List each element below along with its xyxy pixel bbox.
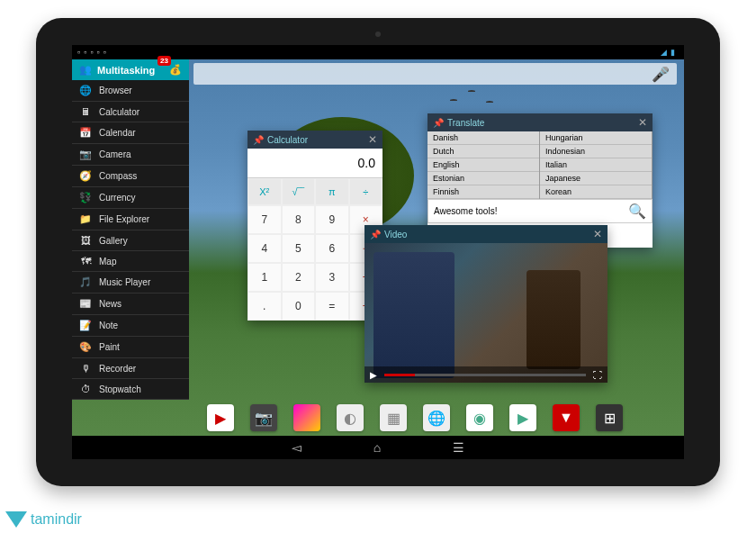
sidebar-icon: 📰 bbox=[79, 298, 92, 310]
translate-titlebar[interactable]: 📌 Translate ✕ bbox=[428, 113, 652, 131]
translate-input[interactable] bbox=[428, 200, 623, 222]
search-bar[interactable]: 🎤 bbox=[194, 63, 677, 85]
close-icon[interactable]: ✕ bbox=[638, 116, 647, 129]
dock-browser[interactable]: 🌐 bbox=[423, 404, 450, 431]
dock: ▶📷◐▦🌐◉▶▼⊞ bbox=[198, 400, 675, 436]
play-icon[interactable]: ▶ bbox=[370, 370, 377, 380]
lang-option[interactable]: Italian bbox=[540, 158, 652, 172]
notification-badge: 23 bbox=[158, 56, 171, 66]
calc-key-π[interactable]: π bbox=[315, 178, 349, 205]
dock-chrome[interactable]: ◉ bbox=[466, 404, 493, 431]
close-icon[interactable]: ✕ bbox=[368, 133, 377, 146]
video-titlebar[interactable]: 📌 Video ✕ bbox=[364, 225, 608, 243]
status-icon: ▫ bbox=[77, 48, 80, 57]
calc-key-2[interactable]: 2 bbox=[282, 263, 316, 292]
sidebar-item-gallery[interactable]: 🖼Gallery bbox=[72, 230, 189, 251]
sidebar-icon: 🧭 bbox=[79, 170, 92, 182]
sidebar-icon: 🖼 bbox=[79, 235, 92, 246]
calc-key-√‾‾[interactable]: √‾‾ bbox=[282, 178, 316, 205]
close-icon[interactable]: ✕ bbox=[593, 228, 602, 240]
home-button[interactable]: ⌂ bbox=[374, 440, 381, 455]
video-progress[interactable] bbox=[384, 374, 586, 376]
sidebar-item-browser[interactable]: 🌐Browser bbox=[72, 80, 189, 102]
lang-option[interactable]: Korean bbox=[540, 185, 652, 199]
money-bag-icon[interactable]: 💰 bbox=[169, 64, 182, 76]
sidebar-item-calculator[interactable]: 🖩Calculator bbox=[72, 102, 189, 122]
dock-camera[interactable]: 📷 bbox=[250, 404, 277, 431]
lang-option[interactable]: Dutch bbox=[428, 145, 539, 158]
wallpaper-bird bbox=[468, 90, 475, 93]
sidebar-item-paint[interactable]: 🎨Paint bbox=[72, 337, 189, 358]
lang-option[interactable]: Indonesian bbox=[540, 145, 652, 158]
sidebar-item-map[interactable]: 🗺Map bbox=[72, 251, 189, 272]
window-title: Calculator bbox=[267, 135, 308, 145]
calc-key-=[interactable]: = bbox=[315, 292, 349, 321]
calc-key-X²[interactable]: X² bbox=[248, 178, 282, 205]
sidebar-icon: ⏱ bbox=[79, 384, 92, 394]
sidebar-item-currency[interactable]: 💱Currency bbox=[72, 187, 189, 209]
dock-gallery[interactable] bbox=[293, 404, 320, 431]
sidebar-icon: 💱 bbox=[79, 192, 92, 203]
battery-icon: ▮ bbox=[670, 48, 675, 57]
lang-option[interactable]: Finnish bbox=[428, 185, 539, 199]
search-mic-icon[interactable]: 🎤 bbox=[652, 66, 670, 83]
sidebar-icon: 🎵 bbox=[79, 276, 92, 288]
pin-icon[interactable]: 📌 bbox=[370, 230, 381, 239]
lang-option[interactable]: Japanese bbox=[540, 172, 652, 185]
sidebar-item-stopwatch[interactable]: ⏱Stopwatch bbox=[72, 379, 189, 400]
back-button[interactable]: ◅ bbox=[292, 440, 302, 455]
dock-app2[interactable]: ▦ bbox=[380, 404, 407, 431]
sidebar-item-label: Music Player bbox=[99, 277, 150, 287]
calc-key-1[interactable]: 1 bbox=[248, 263, 282, 292]
lang-option[interactable]: English bbox=[428, 158, 539, 172]
sidebar-item-recorder[interactable]: 🎙Recorder bbox=[72, 358, 189, 379]
sidebar-item-label: Currency bbox=[99, 193, 136, 203]
dock-app1[interactable]: ◐ bbox=[337, 404, 364, 431]
sidebar-icon: 🎨 bbox=[79, 341, 92, 353]
search-icon[interactable]: 🔍 bbox=[623, 200, 652, 222]
lang-option[interactable]: Danish bbox=[428, 131, 539, 145]
dock-vpn[interactable]: ▼ bbox=[553, 404, 580, 431]
calc-key-.[interactable]: . bbox=[248, 292, 282, 321]
sidebar-item-label: File Explorer bbox=[99, 214, 149, 224]
calc-key-9[interactable]: 9 bbox=[315, 205, 349, 234]
calc-key-6[interactable]: 6 bbox=[315, 234, 349, 263]
sidebar-item-label: Map bbox=[99, 257, 116, 266]
video-content[interactable]: ▶ ⛶ bbox=[364, 243, 608, 383]
calculator-window[interactable]: 📌 Calculator ✕ 0.0 X²√‾‾π÷789×456−123+.0… bbox=[248, 131, 382, 321]
sidebar-item-camera[interactable]: 📷Camera bbox=[72, 144, 189, 166]
pin-icon[interactable]: 📌 bbox=[433, 118, 444, 128]
sidebar-item-calendar[interactable]: 📅Calendar bbox=[72, 122, 189, 144]
sidebar-icon: 📁 bbox=[79, 213, 92, 225]
calc-key-÷[interactable]: ÷ bbox=[349, 178, 383, 205]
sidebar-item-news[interactable]: 📰News bbox=[72, 294, 189, 315]
calculator-titlebar[interactable]: 📌 Calculator ✕ bbox=[248, 131, 382, 149]
dock-apps[interactable]: ⊞ bbox=[596, 404, 623, 431]
sidebar-item-file-explorer[interactable]: 📁File Explorer bbox=[72, 209, 189, 230]
calc-key-4[interactable]: 4 bbox=[248, 234, 282, 263]
pin-icon[interactable]: 📌 bbox=[253, 135, 264, 145]
dock-play[interactable]: ▶ bbox=[509, 404, 536, 431]
nav-bar: ◅ ⌂ ☰ bbox=[72, 436, 684, 459]
sidebar-item-compass[interactable]: 🧭Compass bbox=[72, 166, 189, 187]
lang-option[interactable]: Hungarian bbox=[540, 131, 652, 145]
calc-key-7[interactable]: 7 bbox=[248, 205, 282, 234]
calc-key-0[interactable]: 0 bbox=[282, 292, 316, 321]
sidebar-item-music-player[interactable]: 🎵Music Player bbox=[72, 272, 189, 294]
app-sidebar: 👥 Multitasking 23 💰 🌐Browser🖩Calculator📅… bbox=[72, 59, 189, 400]
sidebar-item-label: News bbox=[99, 299, 122, 309]
sidebar-item-note[interactable]: 📝Note bbox=[72, 315, 189, 337]
recent-button[interactable]: ☰ bbox=[453, 440, 464, 455]
calc-key-8[interactable]: 8 bbox=[282, 205, 316, 234]
lang-option[interactable]: Estonian bbox=[428, 172, 539, 185]
sidebar-item-label: Calendar bbox=[99, 128, 136, 138]
calc-key-5[interactable]: 5 bbox=[282, 234, 316, 263]
screen: ▫ ▫ ▫ ▫ ▫ ◢ ▮ 🎤 👥 Multitasking 23 💰 🌐B bbox=[72, 45, 684, 459]
tablet-camera bbox=[375, 32, 381, 37]
dock-youtube[interactable]: ▶ bbox=[207, 404, 234, 431]
fullscreen-icon[interactable]: ⛶ bbox=[593, 370, 602, 380]
video-window[interactable]: 📌 Video ✕ ▶ ⛶ bbox=[364, 225, 608, 383]
calc-key-3[interactable]: 3 bbox=[315, 263, 349, 292]
sidebar-header[interactable]: 👥 Multitasking 23 💰 bbox=[72, 59, 189, 80]
sidebar-item-label: Stopwatch bbox=[99, 384, 141, 394]
